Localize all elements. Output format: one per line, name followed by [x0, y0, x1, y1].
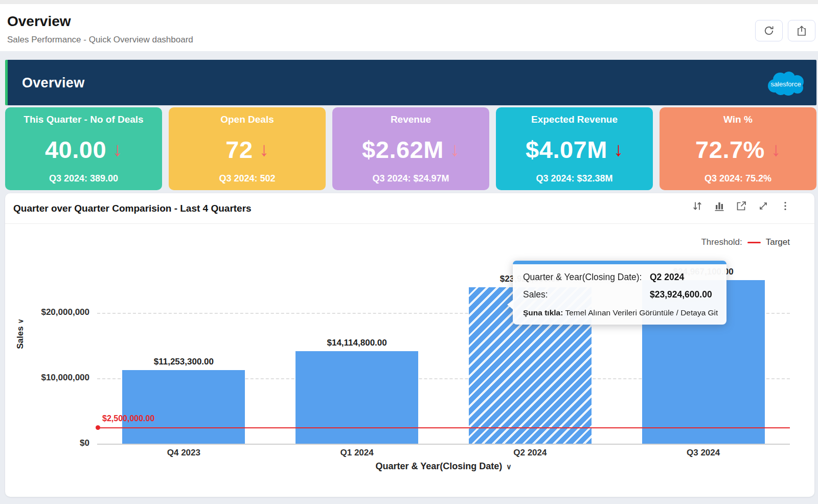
kpi-value-row: 40.00↓: [45, 135, 122, 164]
kpi-card-expected-revenue[interactable]: Expected Revenue$4.07M↓Q3 2024: $32.38M: [496, 107, 653, 190]
x-axis-line: [97, 444, 790, 445]
kpi-comparison: Q3 2024: 389.00: [49, 173, 118, 184]
kpi-title: Open Deals: [220, 114, 274, 125]
tooltip-hint: Şuna tıkla: Temel Alınan Verileri Görünt…: [523, 308, 718, 317]
chevron-down-icon: ∨: [16, 318, 25, 324]
chart-tooltip: Quarter & Year(Closing Date): Q2 2024 Sa…: [513, 261, 726, 325]
header-actions: [755, 20, 815, 41]
x-axis-title[interactable]: Quarter & Year(Closing Date)∨: [376, 461, 512, 472]
y-tick-label: $20,000,000: [13, 307, 89, 317]
kpi-value: 72.7%: [695, 135, 765, 164]
kpi-value: 40.00: [45, 135, 106, 164]
bar-q4-2023[interactable]: [122, 370, 245, 444]
kpi-card-revenue[interactable]: Revenue$2.62M↓Q3 2024: $24.97M: [332, 107, 489, 190]
bar-value-label: $14,114,800.00: [327, 338, 387, 348]
x-tick-q3-2024: Q3 2024: [687, 448, 720, 458]
tooltip-row-value: Q2 2024: [650, 271, 718, 284]
kpi-card-win[interactable]: Win %72.7%↓Q3 2024: 75.2%: [660, 107, 816, 190]
x-tick-q2-2024: Q2 2024: [513, 448, 547, 458]
dashboard-banner: Overview salesforce: [5, 60, 816, 105]
window-top-strip: [0, 0, 818, 4]
share-icon: [796, 25, 808, 37]
kpi-comparison: Q3 2024: 75.2%: [705, 173, 771, 184]
kpi-card-open-deals[interactable]: Open Deals72↓Q3 2024: 502: [169, 107, 326, 190]
banner-title: Overview: [22, 75, 84, 90]
kpi-comparison: Q3 2024: $24.97M: [372, 173, 449, 184]
refresh-icon: [763, 25, 775, 37]
y-tick-label: $0: [13, 438, 89, 448]
svg-text:salesforce: salesforce: [770, 80, 801, 88]
chevron-down-icon: ∨: [506, 463, 511, 471]
trend-down-arrow-icon: ↓: [259, 140, 269, 159]
kpi-title: This Quarter - No of Deals: [24, 114, 143, 125]
kpi-value-row: 72.7%↓: [695, 135, 781, 164]
trend-down-arrow-icon: ↓: [771, 140, 781, 159]
tooltip-pointer: [507, 300, 513, 310]
page-header: Overview Sales Performance - Quick Overv…: [0, 4, 818, 51]
trend-down-arrow-icon: ↓: [614, 140, 623, 159]
tooltip-row-label: Quarter & Year(Closing Date):: [523, 271, 650, 284]
kpi-value-row: $4.07M↓: [526, 135, 623, 164]
kpi-value-row: $2.62M↓: [362, 135, 460, 164]
export-button[interactable]: [788, 20, 815, 41]
bar-q1-2024[interactable]: [296, 351, 418, 444]
kpi-cards-row: This Quarter - No of Deals40.00↓Q3 2024:…: [5, 107, 816, 190]
kpi-title: Expected Revenue: [531, 114, 618, 125]
tooltip-accent-bar: [513, 261, 726, 264]
x-tick-q1-2024: Q1 2024: [340, 448, 374, 458]
bar-value-label: $11,253,300.00: [154, 357, 214, 367]
trend-down-arrow-icon: ↓: [112, 140, 122, 159]
salesforce-logo-icon: salesforce: [765, 68, 806, 97]
threshold-value-label: $2,500,000.00: [102, 414, 154, 423]
kpi-title: Win %: [723, 114, 753, 125]
chart-panel: Quarter over Quarter Comparision - Last …: [5, 193, 814, 497]
kpi-comparison: Q3 2024: 502: [219, 173, 275, 184]
kpi-value: 72: [225, 135, 253, 164]
threshold-dot: [96, 425, 100, 430]
refresh-button[interactable]: [755, 20, 783, 41]
kpi-value: $4.07M: [526, 135, 607, 164]
bar-chart: Sales ∨ $0$10,000,000$20,000,000$11,253,…: [5, 193, 814, 497]
kpi-value: $2.62M: [362, 135, 444, 164]
tooltip-row-label: Sales:: [523, 288, 650, 301]
page-title: Overview: [7, 13, 71, 30]
tooltip-body: Quarter & Year(Closing Date): Q2 2024 Sa…: [513, 264, 726, 325]
trend-down-arrow-icon: ↓: [450, 140, 460, 159]
kpi-value-row: 72↓: [225, 135, 268, 164]
x-tick-q4-2023: Q4 2023: [167, 448, 200, 458]
page-subtitle: Sales Performance - Quick Overview dashb…: [7, 35, 193, 45]
x-axis-title-text: Quarter & Year(Closing Date): [376, 461, 503, 472]
y-tick-label: $10,000,000: [13, 373, 89, 383]
kpi-card-this-quarter-no-of-deals[interactable]: This Quarter - No of Deals40.00↓Q3 2024:…: [5, 107, 162, 190]
tooltip-row-value: $23,924,600.00: [650, 288, 718, 301]
kpi-title: Revenue: [391, 114, 431, 125]
kpi-comparison: Q3 2024: $32.38M: [536, 173, 612, 184]
threshold-line-target: [97, 427, 790, 428]
